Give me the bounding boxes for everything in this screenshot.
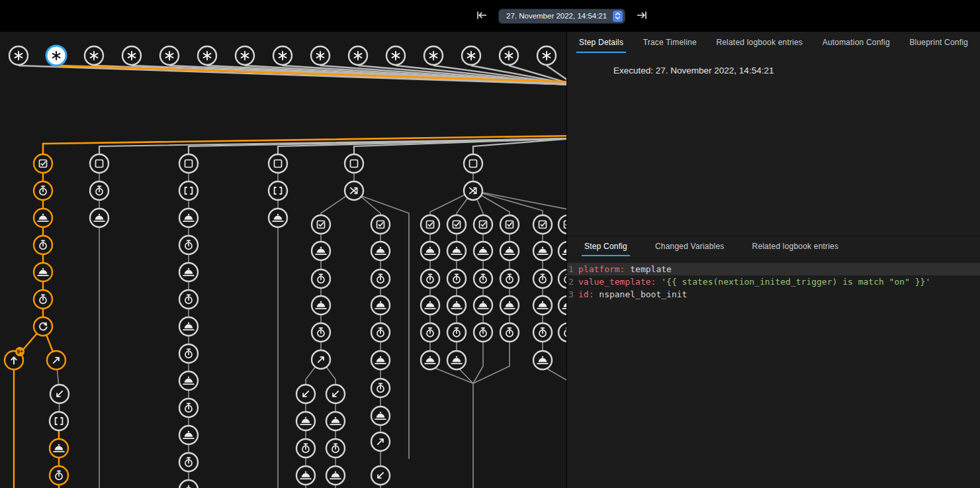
- trace-node-timer-icon[interactable]: [447, 269, 466, 288]
- trace-node-service-icon[interactable]: [558, 242, 566, 260]
- trace-node-timer-icon[interactable]: [296, 439, 315, 458]
- trace-node-service-icon[interactable]: [474, 296, 492, 315]
- trace-node-brackets-icon[interactable]: [179, 181, 198, 200]
- tab-changed-variables[interactable]: Changed Variables: [652, 236, 727, 256]
- trace-node-checkbox-icon[interactable]: [500, 215, 519, 234]
- trace-node-service-icon[interactable]: [312, 296, 330, 315]
- trace-node-timer-icon[interactable]: [533, 269, 552, 288]
- trace-node-service-icon[interactable]: [34, 263, 52, 281]
- trace-node-brackets-icon[interactable]: [50, 412, 68, 430]
- trace-node-brackets-icon[interactable]: [269, 181, 287, 200]
- trace-node-asterisk-icon[interactable]: [311, 46, 330, 65]
- trace-node-arrow-up-right-icon[interactable]: [312, 350, 330, 369]
- trace-node-service-icon[interactable]: [179, 263, 198, 281]
- trace-node-service-icon[interactable]: [447, 242, 466, 260]
- trace-graph[interactable]: 9+: [0, 32, 566, 488]
- trace-node-checkbox-icon[interactable]: [474, 215, 492, 234]
- trace-node-asterisk-icon[interactable]: [462, 46, 480, 65]
- trace-node-timer-icon[interactable]: [179, 399, 198, 417]
- trace-node-arrow-down-left-icon[interactable]: [296, 385, 315, 403]
- trace-node-asterisk-icon[interactable]: [424, 46, 443, 65]
- trace-node-service-icon[interactable]: [296, 412, 315, 430]
- tab-step-details[interactable]: Step Details: [576, 32, 626, 53]
- trace-node-checkbox-icon[interactable]: [558, 215, 566, 234]
- trace-node-parallel-icon[interactable]: [464, 181, 482, 200]
- trace-node-timer-icon[interactable]: [90, 181, 109, 200]
- prev-trace-button[interactable]: [474, 7, 490, 25]
- trace-node-service-icon[interactable]: [269, 209, 287, 227]
- trace-node-timer-icon[interactable]: [371, 323, 390, 342]
- trace-node-square-icon[interactable]: [90, 154, 109, 173]
- trace-node-asterisk-icon[interactable]: [537, 46, 556, 65]
- trace-node-service-icon[interactable]: [533, 351, 552, 369]
- trace-node-timer-icon[interactable]: [558, 323, 566, 342]
- trace-node-timer-icon[interactable]: [371, 379, 390, 397]
- trace-node-square-icon[interactable]: [269, 154, 287, 173]
- trace-node-service-icon[interactable]: [447, 296, 466, 315]
- trace-node-checkbox-icon[interactable]: [371, 215, 390, 234]
- trace-node-timer-icon[interactable]: [371, 269, 390, 288]
- trace-node-asterisk-icon[interactable]: [46, 46, 66, 66]
- trace-node-service-icon[interactable]: [326, 412, 345, 430]
- trace-node-timer-icon[interactable]: [558, 269, 566, 288]
- trace-node-timer-icon[interactable]: [500, 323, 519, 342]
- trace-node-service-icon[interactable]: [179, 426, 198, 444]
- trace-node-arrow-down-left-icon[interactable]: [326, 385, 345, 403]
- trace-node-service-icon[interactable]: [533, 296, 552, 315]
- trace-node-service-icon[interactable]: [558, 296, 566, 315]
- trace-node-service-icon[interactable]: [533, 242, 552, 260]
- trace-node-timer-icon[interactable]: [312, 269, 330, 288]
- trace-node-asterisk-icon[interactable]: [9, 46, 28, 65]
- trace-node-checkbox-icon[interactable]: [312, 215, 330, 234]
- trace-node-parallel-icon[interactable]: [345, 181, 363, 200]
- trace-node-checkbox-icon[interactable]: [421, 215, 439, 234]
- trace-node-timer-icon[interactable]: [34, 236, 52, 254]
- tab-step-config[interactable]: Step Config: [582, 236, 630, 256]
- trace-node-asterisk-icon[interactable]: [160, 46, 179, 65]
- trace-node-service-icon[interactable]: [50, 439, 68, 458]
- trace-node-asterisk-icon[interactable]: [122, 46, 141, 65]
- trace-node-service-icon[interactable]: [34, 209, 52, 227]
- trace-node-service-icon[interactable]: [500, 296, 519, 315]
- trace-node-service-icon[interactable]: [371, 351, 390, 369]
- trace-node-service-icon[interactable]: [371, 242, 390, 260]
- trace-node-service-icon[interactable]: [296, 466, 315, 485]
- trace-node-service-icon[interactable]: [421, 242, 439, 260]
- trace-node-timer-icon[interactable]: [533, 323, 552, 342]
- tab-blueprint-config[interactable]: Blueprint Config: [907, 32, 971, 53]
- trace-node-service-icon[interactable]: [90, 209, 109, 227]
- trace-node-service-icon[interactable]: [179, 209, 198, 227]
- trace-node-service-icon[interactable]: [474, 242, 492, 260]
- trace-node-timer-icon[interactable]: [500, 269, 519, 288]
- trace-node-service-icon[interactable]: [500, 242, 519, 260]
- trace-node-timer-icon[interactable]: [474, 323, 492, 342]
- trace-node-checkbox-icon[interactable]: [34, 154, 52, 173]
- trace-node-timer-icon[interactable]: [421, 269, 439, 288]
- trace-node-service-icon[interactable]: [179, 480, 198, 488]
- trace-node-timer-icon[interactable]: [34, 181, 52, 200]
- trace-node-square-icon[interactable]: [179, 154, 198, 173]
- trace-node-arrow-up-icon[interactable]: 9+: [5, 347, 24, 369]
- trace-node-timer-icon[interactable]: [474, 269, 492, 288]
- trace-node-arrow-up-right-icon[interactable]: [47, 351, 66, 369]
- trace-node-timer-icon[interactable]: [179, 290, 198, 309]
- trace-node-timer-icon[interactable]: [34, 290, 52, 309]
- tab-trace-timeline[interactable]: Trace Timeline: [641, 32, 699, 53]
- trace-node-checkbox-icon[interactable]: [533, 215, 552, 234]
- trace-node-service-icon[interactable]: [421, 351, 439, 369]
- trace-node-timer-icon[interactable]: [179, 236, 198, 254]
- trace-node-arrow-down-left-icon[interactable]: [371, 466, 390, 485]
- trace-node-timer-icon[interactable]: [447, 323, 466, 342]
- trace-node-asterisk-icon[interactable]: [273, 46, 292, 65]
- tab-automation-config[interactable]: Automation Config: [820, 32, 893, 53]
- trace-node-square-icon[interactable]: [345, 154, 363, 173]
- trace-node-asterisk-icon[interactable]: [349, 46, 367, 65]
- trace-node-service-icon[interactable]: [179, 371, 198, 390]
- tab-related-logbook-entries[interactable]: Related logbook entries: [713, 32, 805, 53]
- trace-node-square-icon[interactable]: [464, 154, 482, 173]
- trace-node-asterisk-icon[interactable]: [85, 46, 103, 65]
- trace-node-timer-icon[interactable]: [179, 344, 198, 363]
- trace-node-arrow-up-right-icon[interactable]: [371, 432, 390, 451]
- tab-related-logbook-entries-2[interactable]: Related logbook entries: [750, 236, 842, 256]
- trace-node-asterisk-icon[interactable]: [236, 46, 254, 65]
